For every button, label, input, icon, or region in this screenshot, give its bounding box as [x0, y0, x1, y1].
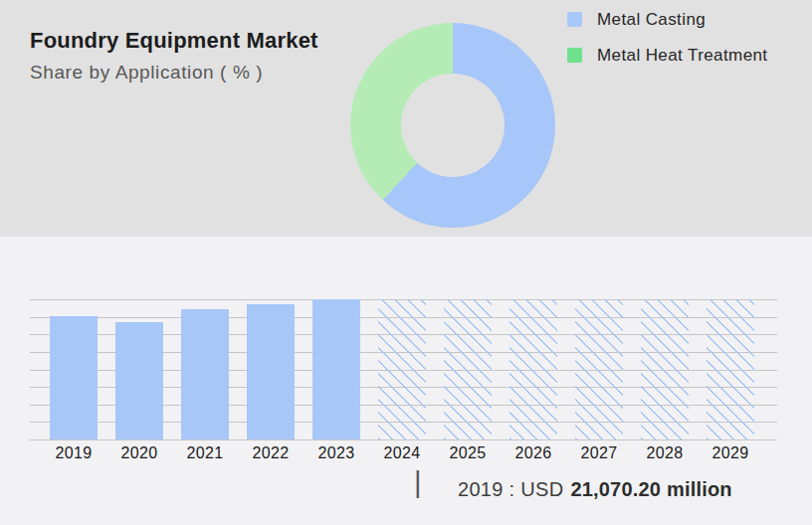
legend-item-metal-casting: Metal Casting — [567, 12, 767, 27]
page-title: Foundry Equipment Market — [30, 28, 318, 54]
donut-chart — [350, 23, 555, 228]
legend: Metal CastingMetal Heat Treatment — [567, 12, 767, 63]
legend-label: Metal Heat Treatment — [597, 46, 767, 66]
market-value-line: 2019 : USD21,070.20 million — [458, 478, 732, 501]
donut-hole — [401, 74, 505, 177]
legend-swatch-icon — [567, 48, 582, 63]
market-value-amount: 21,070.20 million — [570, 478, 731, 500]
header-panel: Foundry Equipment Market Share by Applic… — [0, 0, 812, 237]
chart-gridlines — [30, 299, 777, 440]
title-block: Foundry Equipment Market Share by Applic… — [30, 28, 318, 84]
footer-separator: | — [414, 466, 422, 499]
page-subtitle: Share by Application ( % ) — [30, 62, 318, 84]
legend-item-metal-heat-treatment: Metal Heat Treatment — [567, 48, 767, 63]
market-value-prefix: 2019 : USD — [458, 478, 563, 500]
legend-swatch-icon — [567, 12, 582, 27]
infographic-page: Foundry Equipment Market Share by Applic… — [0, 0, 812, 525]
legend-label: Metal Casting — [597, 10, 706, 30]
